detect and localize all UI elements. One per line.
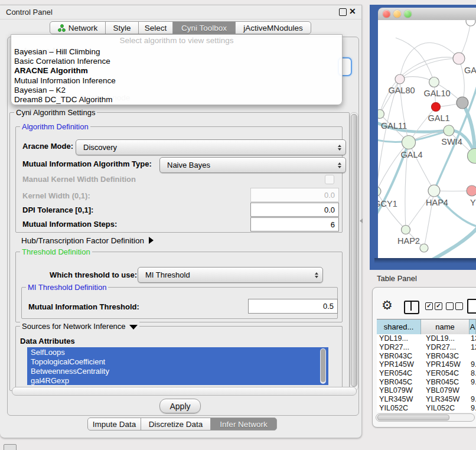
kernel-width-label: Kernel Width (0,1): [22, 191, 90, 200]
node-gal-pink[interactable] [453, 53, 465, 64]
scrollbar-thumb[interactable] [351, 114, 357, 387]
node-gal80[interactable] [395, 74, 405, 84]
cell: YLR345W [422, 395, 470, 403]
tab-discretize-data[interactable]: Discretize Data [141, 418, 211, 431]
threshold-definition-title: Threshold Definition [20, 247, 92, 256]
attribute-item[interactable]: TopologicalCoefficient [27, 357, 328, 366]
node-hap4[interactable] [428, 185, 440, 197]
which-threshold-combobox[interactable]: MI Threshold [138, 267, 323, 283]
table-row[interactable]: YER054C YER054C 8. [377, 369, 476, 378]
tab-impute-data[interactable]: Impute Data [87, 418, 141, 431]
hub-definition-expander[interactable]: Hub/Transcription Factor Definition [21, 236, 154, 245]
data-attributes-list[interactable]: SelfLoops TopologicalCoefficient Between… [27, 347, 328, 385]
algorithm-option[interactable]: Bayesian – K2 [11, 85, 342, 94]
aracne-mode-combobox[interactable]: Discovery [76, 139, 346, 155]
algorithm-option[interactable]: Mutual Information Inference [11, 76, 342, 85]
column-layout-icon[interactable] [404, 301, 419, 314]
column-header-shared[interactable]: shared... [377, 319, 421, 334]
splitter-collapse-icon[interactable] [360, 219, 363, 223]
algorithm-option-aracne[interactable]: ARACNE Algorithm [11, 66, 342, 76]
dpi-tolerance-field[interactable]: 0.0 [250, 203, 339, 217]
close-traffic-light[interactable] [383, 10, 390, 18]
mi-type-combobox[interactable]: Naive Bayes [159, 157, 346, 173]
node-salmon[interactable] [467, 185, 476, 196]
network-graph: GAL80 GAL10 GAL1 GAL GAL11 SWI4 GAL4 GCY… [378, 20, 476, 258]
tab-jactivemnodules[interactable]: jActiveMNodules [235, 21, 311, 34]
table-row[interactable]: YDR27... YDR27... 12 [377, 343, 476, 352]
attribute-item[interactable]: SelfLoops [27, 347, 328, 357]
node-unlabeled-bottom[interactable] [420, 244, 428, 252]
screen: Control Panel ✕ Network Style Select Cyn… [0, 0, 476, 450]
cell: 9. [470, 378, 476, 386]
node-gcy1[interactable] [378, 187, 381, 196]
float-window-icon[interactable] [339, 8, 347, 16]
attributes-list-scrollbar[interactable] [320, 348, 326, 384]
settings-horizontal-scrollbar[interactable] [12, 387, 357, 396]
settings-vertical-scrollbar[interactable] [350, 112, 358, 391]
node-label: GAL80 [388, 86, 415, 95]
tab-cyni-toolbox[interactable]: Cyni Toolbox [172, 21, 236, 34]
table-row[interactable]: YBR045C YBR045C 9. [377, 377, 476, 386]
control-panel-titlebar[interactable]: Control Panel [0, 5, 361, 19]
node-label: GAL1 [428, 113, 449, 123]
table-row[interactable]: YIL052C YIL052C 9. [377, 404, 476, 413]
mi-threshold-field[interactable]: 0.5 [248, 299, 338, 314]
gear-icon[interactable]: ⚙ [382, 298, 393, 312]
node-gal1-red[interactable] [432, 103, 441, 112]
node-hap2[interactable] [402, 226, 410, 234]
algorithm-option[interactable]: Dream8 DC_TDC Algorithm [11, 95, 342, 105]
algorithm-dropdown-popup: Select algorithm to view settings Bayesi… [11, 34, 343, 105]
select-all-check-icon[interactable]: ✓ [425, 302, 433, 310]
attribute-item[interactable]: gal4RGexp [27, 376, 328, 385]
column-header-name[interactable]: name [421, 319, 470, 334]
cell: YPR145W [422, 360, 470, 369]
mi-steps-field[interactable]: 6 [250, 217, 339, 231]
table-row[interactable]: YPR145W YPR145W 9. [377, 360, 476, 369]
tab-network[interactable]: Network [50, 21, 106, 34]
panel-dock-icon[interactable] [4, 444, 17, 450]
close-icon[interactable]: ✕ [349, 6, 356, 16]
tab-style[interactable]: Style [105, 21, 139, 34]
scrollbar-thumb[interactable] [321, 349, 325, 382]
node-gal4[interactable] [402, 136, 416, 149]
cell: YER054C [422, 369, 470, 377]
table-row[interactable]: YDL19... YDL19... 13 [377, 334, 476, 343]
zoom-traffic-light[interactable] [404, 10, 412, 18]
deselect-all-icon[interactable] [455, 302, 463, 310]
select-all-check-icon[interactable]: ✓ [435, 302, 442, 310]
table-body[interactable]: YDL19... YDL19... 13 YDR27... YDR27... 1… [377, 334, 476, 412]
attribute-item[interactable]: BetweennessCentrality [27, 366, 328, 376]
deselect-all-icon[interactable] [446, 302, 454, 310]
export-table-icon[interactable] [467, 299, 476, 314]
node-label: SWI4 [441, 137, 462, 146]
table-row[interactable]: YLR345W YLR345W 9. [377, 395, 476, 404]
node-swi4[interactable] [444, 125, 454, 136]
algorithm-option[interactable]: Bayesian – Hill Climbing [11, 47, 342, 56]
column-header-third[interactable]: A [470, 319, 476, 334]
cell: 8. [470, 369, 476, 377]
node-gray[interactable] [457, 97, 468, 109]
node-label: HAP4 [426, 198, 448, 207]
tab-network-label: Network [69, 24, 98, 32]
node-large-right[interactable] [468, 149, 476, 164]
table-row[interactable]: YBL079W YBL079W [377, 386, 476, 395]
cell: YIL052C [422, 404, 470, 412]
scrollbar-thumb[interactable] [377, 415, 449, 420]
tab-infer-network[interactable]: Infer Network [210, 418, 277, 431]
network-window-titlebar[interactable] [378, 8, 476, 21]
table-horizontal-scrollbar[interactable] [376, 413, 475, 422]
kernel-width-field[interactable]: 0.0 [250, 188, 339, 202]
node-unlabeled-top[interactable] [466, 20, 475, 26]
network-canvas[interactable]: GAL80 GAL10 GAL1 GAL GAL11 SWI4 GAL4 GCY… [378, 20, 476, 258]
node-gal11[interactable] [378, 110, 384, 119]
apply-button[interactable]: Apply [159, 399, 201, 413]
tab-select[interactable]: Select [138, 21, 173, 34]
table-row[interactable]: YBR043C YBR043C [377, 351, 476, 360]
algorithm-option[interactable]: Basic Correlation Inference [11, 56, 342, 66]
manual-kernel-checkbox[interactable] [325, 175, 334, 184]
algorithm-placeholder: Select algorithm to view settings [11, 35, 342, 47]
minimize-traffic-light[interactable] [393, 10, 401, 18]
cell: YER054C [377, 369, 422, 377]
sources-group-header[interactable]: Sources for Network Inference [20, 322, 139, 331]
node-gal10[interactable] [429, 77, 439, 87]
